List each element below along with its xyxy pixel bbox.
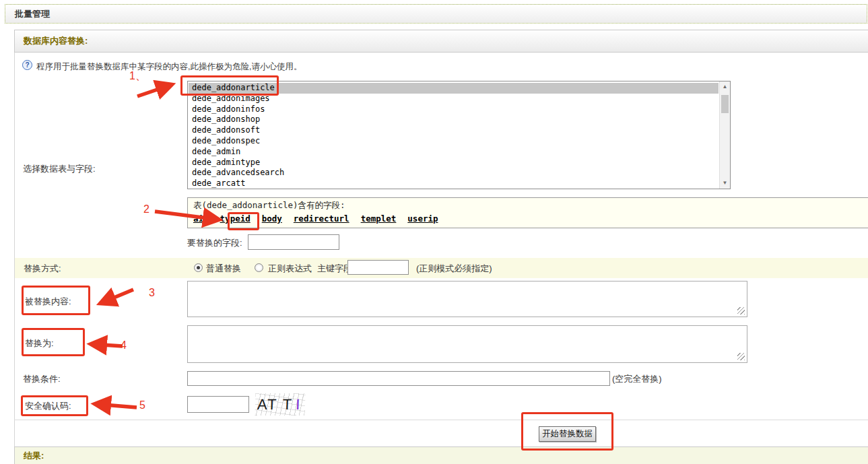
resize-grip-icon[interactable] — [737, 307, 745, 314]
safe-code-input[interactable] — [187, 396, 249, 413]
safe-code-label: 安全确认码: — [25, 400, 71, 412]
table-option[interactable]: dede_addonshop — [189, 114, 719, 125]
radio-regex-label[interactable]: 正则表达式 — [268, 263, 312, 275]
replace-field-input[interactable] — [248, 234, 339, 250]
table-select[interactable]: dede_addonarticledede_addonimagesdede_ad… — [187, 81, 731, 189]
scrollbar-thumb[interactable] — [721, 95, 729, 113]
scroll-down-icon[interactable]: ▼ — [720, 178, 730, 189]
field-link-body[interactable]: body — [262, 213, 282, 224]
content-left-border — [14, 53, 15, 446]
replace-to-textarea[interactable] — [187, 325, 747, 363]
table-option[interactable]: dede_addoninfos — [189, 104, 719, 115]
batch-manage-page: 批量管理 数据库内容替换: ? 程序用于批量替换数据库中某字段的内容,此操作极为… — [0, 0, 868, 464]
table-option[interactable]: dede_admintype — [189, 158, 719, 168]
field-link-userip[interactable]: userip — [407, 213, 438, 224]
condition-note: (空完全替换) — [612, 373, 662, 385]
field-link-redirecturl[interactable]: redirecturl — [294, 213, 349, 224]
annotation-number-2: 2 — [143, 203, 149, 216]
section-header: 数据库内容替换: — [14, 30, 868, 53]
annotation-arrow-4 — [92, 344, 123, 346]
regex-note: (正则模式必须指定) — [416, 263, 492, 275]
table-option[interactable]: dede_addonarticle — [189, 83, 719, 94]
annotation-number-4: 4 — [121, 339, 127, 352]
source-content-textarea[interactable] — [187, 281, 747, 317]
condition-label: 替换条件: — [23, 373, 61, 385]
annotation-arrow-5 — [96, 404, 137, 407]
annotation-number-5: 5 — [139, 399, 145, 411]
radio-regex-replace[interactable] — [255, 263, 263, 272]
resize-grip-icon[interactable] — [737, 353, 745, 360]
table-option[interactable]: dede_addonimages — [189, 94, 719, 104]
replace-field-label: 要替换的字段: — [187, 237, 242, 249]
condition-input[interactable] — [187, 371, 610, 386]
table-field-label: 选择数据表与字段: — [23, 163, 96, 175]
annotation-number-3: 3 — [149, 287, 155, 299]
replace-to-label: 替换为: — [25, 337, 54, 350]
table-option[interactable]: dede_arcatt — [189, 178, 719, 188]
radio-normal-replace[interactable] — [194, 263, 203, 272]
help-icon: ? — [22, 60, 32, 70]
replace-mode-row: 替换方式: 普通替换 正则表达式 主键字段: (正则模式必须指定) — [14, 258, 868, 278]
table-option-list: dede_addonarticledede_addonimagesdede_ad… — [189, 83, 719, 188]
captcha-text: AT T — [257, 396, 294, 413]
fields-info-box: 表(dede_addonarticle)含有的字段: aidtypeidbody… — [187, 197, 868, 228]
scroll-up-icon[interactable]: ▲ — [720, 81, 730, 92]
primary-key-input[interactable] — [347, 260, 409, 275]
radio-normal-label[interactable]: 普通替换 — [206, 263, 241, 275]
table-option[interactable]: dede_addonspec — [189, 136, 719, 147]
table-option[interactable]: dede_advancedsearch — [189, 168, 719, 178]
fields-links: aidtypeidbodyredirecturltempletuserip — [193, 213, 868, 224]
page-title: 批量管理 — [5, 4, 867, 24]
captcha-text-accent: I — [293, 396, 302, 413]
replace-mode-label: 替换方式: — [24, 263, 61, 275]
source-content-label: 被替换内容: — [25, 296, 71, 308]
table-option[interactable]: dede_admin — [189, 147, 719, 158]
annotation-arrow-1 — [137, 85, 171, 96]
fields-box-title: 表(dede_addonarticle)含有的字段: — [193, 200, 868, 211]
field-link-templet[interactable]: templet — [361, 213, 397, 224]
warning-text: 程序用于批量替换数据库中某字段的内容,此操作极为危险,请小心使用。 — [36, 61, 302, 73]
annotation-arrow-3 — [101, 290, 133, 303]
start-replace-button[interactable]: 开始替换数据 — [539, 426, 596, 442]
field-link-aid[interactable]: aid — [193, 213, 209, 224]
table-option[interactable]: dede_addonsoft — [189, 125, 719, 136]
result-section-header: 结果: — [14, 446, 868, 464]
table-select-scrollbar[interactable]: ▲ ▼ — [719, 81, 730, 189]
field-link-typeid[interactable]: typeid — [220, 213, 251, 224]
captcha-image: AT TI — [255, 393, 305, 416]
button-row-divider — [14, 420, 868, 420]
